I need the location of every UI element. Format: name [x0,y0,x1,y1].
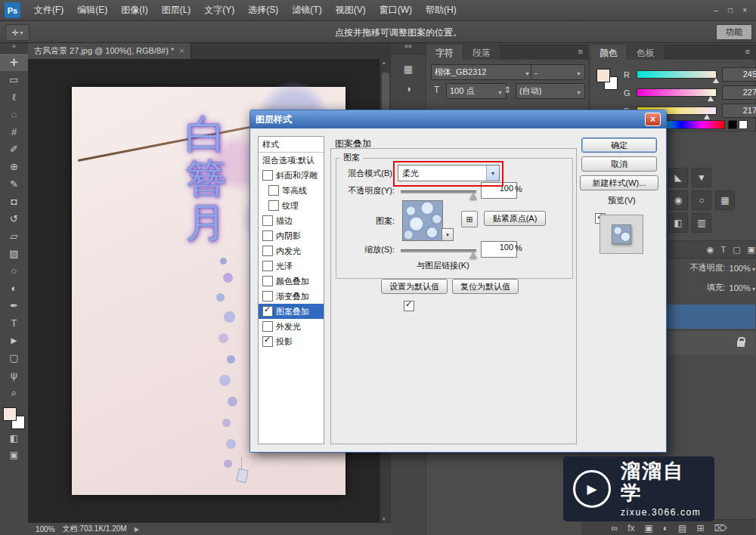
style-item[interactable]: 等高线 [259,183,324,198]
maximize-icon[interactable]: □ [728,6,733,14]
style-item[interactable]: 纹理 [259,198,324,213]
dodge-tool[interactable]: ◐ [0,280,28,297]
delete-layer-icon[interactable]: ⌦ [714,523,727,533]
style-checkbox[interactable] [262,261,273,271]
panel-menu-icon[interactable]: ≡ [573,45,588,60]
adjustments-panel-icon[interactable]: ◑ [391,79,426,98]
status-flyout-arrow-icon[interactable]: ▶ [135,526,139,533]
style-checkbox[interactable] [268,200,279,211]
white-swatch[interactable] [739,120,748,129]
style-item[interactable]: 颜色叠加 [259,274,324,289]
clone-stamp-tool[interactable]: ◘ [0,193,28,210]
layer-effects-icon[interactable]: fx [627,523,634,533]
tab-color[interactable]: 颜色 [590,45,627,60]
brush-tool[interactable]: ✎ [0,175,28,193]
style-checkbox[interactable] [268,185,279,196]
eraser-tool[interactable]: ▱ [0,227,28,245]
layer-mask-icon[interactable]: ▣ [644,523,652,533]
menu-item[interactable]: 图层(L) [155,0,198,20]
dock-collapse-button[interactable]: «« [391,42,426,54]
font-style-select[interactable]: - [531,64,585,80]
quick-mask-icon[interactable]: ◧ [0,430,28,447]
3d-material-panel-icon[interactable]: ◉ [668,190,688,210]
tab-swatches[interactable]: 色板 [627,45,665,60]
lasso-tool[interactable]: ℓ [0,88,28,106]
black-swatch[interactable] [728,120,737,129]
style-item[interactable]: 内阴影 [259,228,324,243]
shape-filter-icon[interactable]: ▢ [733,245,740,255]
shape-tool[interactable]: ▢ [0,349,28,366]
close-icon[interactable]: × [645,113,661,126]
menu-item[interactable]: 文件(F) [27,0,70,20]
style-checkbox[interactable] [262,276,273,286]
style-item[interactable]: 描边 [259,213,324,228]
scale-slider[interactable] [401,249,476,252]
tab-paragraph[interactable]: 段落 [463,45,500,60]
adjustment-layer-icon[interactable]: ◐ [663,523,668,533]
menu-item[interactable]: 编辑(E) [70,0,114,20]
close-icon[interactable]: × [742,6,747,14]
menu-item[interactable]: 选择(S) [241,0,285,20]
chevron-down-icon[interactable] [576,87,581,96]
slider-thumb[interactable] [469,193,477,199]
screen-mode-icon[interactable]: ▣ [0,447,28,463]
style-checkbox[interactable] [262,230,273,241]
toolbox-collapse-button[interactable]: « [0,42,28,54]
channel-g-input[interactable]: 227 [722,85,756,100]
style-checkbox[interactable] [262,170,273,181]
document-tab[interactable]: 古风背景 27.jpg @ 100%(|, RGB/8#) * × [28,42,191,59]
3d-light-panel-icon[interactable]: ○ [692,190,711,210]
menu-item[interactable]: 滤镜(T) [285,0,328,20]
texture-panel-icon[interactable]: ▦ [715,190,735,210]
fill-value[interactable]: 100% [730,283,755,292]
style-item[interactable]: 斜面和浮雕 [259,168,324,183]
channel-b-input[interactable]: 217 [722,104,756,118]
panel-foreground-swatch[interactable] [596,69,610,82]
font-family-select[interactable]: 楷体_GB2312 [431,64,534,80]
type-filter-icon[interactable]: T [720,245,726,254]
workspace-switcher-button[interactable]: 功能 [716,24,752,40]
pattern-thumbnail[interactable] [402,200,443,241]
quick-selection-tool[interactable]: ◌ [0,106,28,123]
menu-item[interactable]: 文字(Y) [197,0,241,20]
menu-item[interactable]: 窗口(W) [373,0,419,20]
new-layer-icon[interactable]: ⊞ [696,523,704,533]
move-tool[interactable]: ✛ [0,54,28,71]
minimize-icon[interactable]: – [714,6,719,14]
crop-tool[interactable]: # [0,123,28,141]
style-checkbox[interactable] [262,306,273,317]
blend-mode-select[interactable]: 柔光 [398,165,500,181]
gradient-tool[interactable]: ▨ [0,245,28,262]
smart-filter-icon[interactable]: ▣ [748,245,755,255]
eyedropper-tool[interactable]: ✐ [0,141,28,158]
new-pattern-button[interactable]: ⊞ [461,211,478,227]
foreground-color-swatch[interactable] [3,407,17,421]
tab-character[interactable]: 字符 [426,45,463,60]
link-layers-icon[interactable]: ∞ [612,523,618,533]
blur-tool[interactable]: ○ [0,262,28,280]
font-size-select[interactable]: 100 点 [446,83,507,99]
channel-r-slider[interactable] [637,70,717,79]
paths-panel-icon[interactable]: ▥ [692,213,711,233]
menu-item[interactable]: 视图(V) [329,0,373,20]
opacity-value[interactable]: 100% [730,264,755,273]
new-style-button[interactable]: 新建样式(W)... [580,175,658,190]
chevron-down-icon[interactable] [525,68,530,77]
panel-menu-icon[interactable]: ≡ [740,45,755,60]
chevron-down-icon[interactable] [497,87,503,96]
opacity-slider[interactable] [401,190,476,193]
style-checkbox[interactable] [262,291,273,302]
style-checkbox[interactable] [262,321,273,332]
ok-button[interactable]: 确定 [581,138,657,153]
history-brush-tool[interactable]: ↺ [0,210,28,227]
channel-g-slider[interactable] [637,88,717,97]
rectangular-marquee-tool[interactable]: ▭ [0,71,28,88]
style-item[interactable]: 投影 [259,334,324,349]
layer-group-icon[interactable]: ▤ [678,523,686,533]
clone-source-panel-icon[interactable]: ◣ [668,168,688,187]
current-tool-icon[interactable]: ✛ [5,24,29,41]
reset-default-button[interactable]: 复位为默认值 [452,279,519,294]
pattern-picker-arrow-icon[interactable] [442,228,454,241]
hand-tool[interactable]: ψ [0,366,28,384]
pixel-filter-icon[interactable]: ◉ [707,245,714,255]
